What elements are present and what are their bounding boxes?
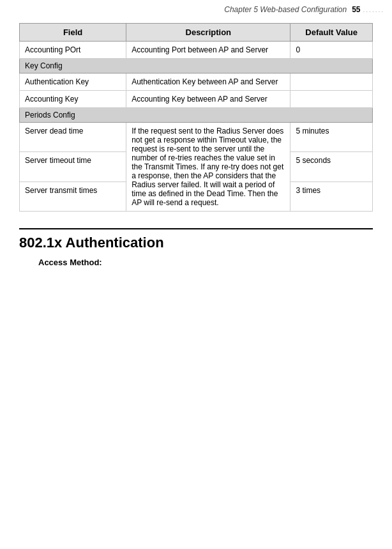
page-header: Chapter 5 Web-based Configuration 55 ...…	[0, 0, 392, 17]
section-label-periods-config: Periods Config	[20, 108, 373, 123]
field-accounting-port: Accounting POrt	[20, 42, 126, 59]
table-row: Authentication Key Authentication Key be…	[20, 73, 373, 91]
field-auth-key: Authentication Key	[20, 73, 126, 91]
field-server-transmit-times: Server transmit times	[20, 182, 126, 211]
desc-accounting-port: Accounting Port between AP and Server	[126, 42, 290, 59]
table-wrapper: Field Description Default Value Accounti…	[0, 17, 392, 218]
chapter-text: Chapter 5 Web-based Configuration	[224, 5, 347, 14]
page-number: 55	[352, 5, 360, 14]
table-row-server-dead: Server dead time If the request sent to …	[20, 123, 373, 152]
main-table: Field Description Default Value Accounti…	[19, 23, 373, 212]
col-header-field: Field	[20, 24, 126, 42]
default-auth-key	[290, 73, 373, 91]
default-server-timeout-time: 5 seconds	[290, 152, 373, 182]
default-accounting-key	[290, 91, 373, 108]
col-header-default: Default Value	[290, 24, 373, 42]
section-header-key-config: Key Config	[20, 59, 373, 73]
default-server-transmit-times: 3 times	[290, 182, 373, 211]
col-header-description: Description	[126, 24, 290, 42]
section-label-key-config: Key Config	[20, 59, 373, 73]
section-header-periods-config: Periods Config	[20, 108, 373, 123]
field-server-timeout-time: Server timeout time	[20, 152, 126, 182]
field-server-dead-time: Server dead time	[20, 123, 126, 152]
footer-title: 802.1x Authentication	[19, 228, 373, 251]
table-row: Accounting POrt Accounting Port between …	[20, 42, 373, 59]
default-server-dead-time: 5 minutes	[290, 123, 373, 152]
footer-subtitle: Access Method:	[19, 258, 373, 267]
field-accounting-key: Accounting Key	[20, 91, 126, 108]
table-header-row: Field Description Default Value	[20, 24, 373, 42]
desc-accounting-key: Accounting Key between AP and Server	[126, 91, 290, 108]
header-dots: .......	[363, 6, 384, 13]
desc-auth-key: Authentication Key between AP and Server	[126, 73, 290, 91]
table-row: Accounting Key Accounting Key between AP…	[20, 91, 373, 108]
desc-periods-merged: If the request sent to the Radius Server…	[126, 123, 290, 212]
footer-section: 802.1x Authentication Access Method:	[0, 218, 392, 274]
default-accounting-port: 0	[290, 42, 373, 59]
